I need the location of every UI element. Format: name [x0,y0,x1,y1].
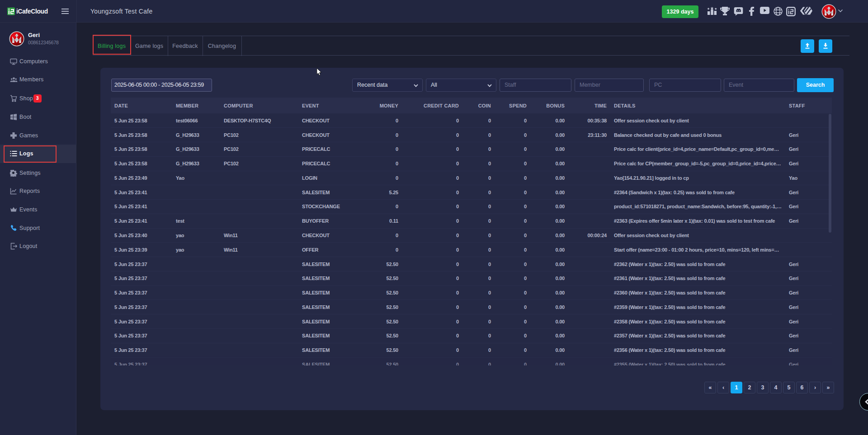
svg-text:iCafeCloud: iCafeCloud [16,8,48,15]
